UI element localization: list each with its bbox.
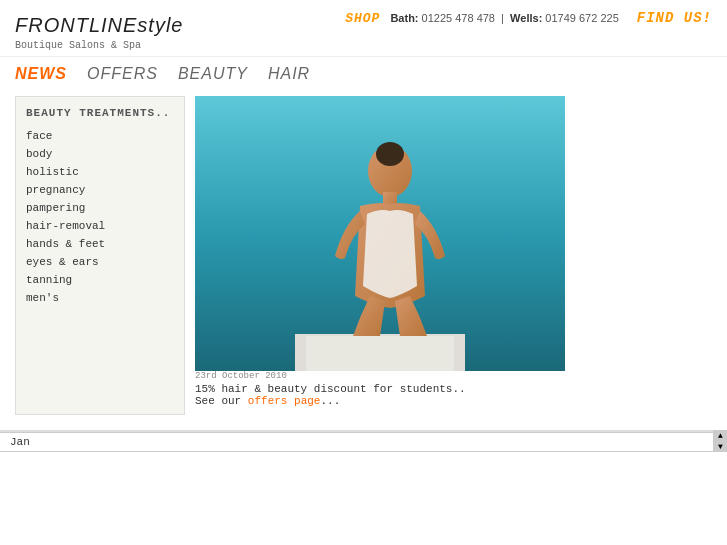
- sidebar-item: hair-removal: [26, 217, 174, 235]
- hero-offers-text: See our: [195, 395, 241, 407]
- nav-news[interactable]: NEWS: [15, 65, 67, 83]
- scroll-indicator: ▲ ▼: [713, 430, 727, 452]
- scroll-down-button[interactable]: ▼: [714, 441, 728, 452]
- sidebar-item: tanning: [26, 271, 174, 289]
- main-nav: NEWS OFFERS BEAUTY HAIR: [0, 57, 727, 91]
- sidebar-link[interactable]: body: [26, 148, 52, 160]
- sidebar-menu: facebodyholisticpregnancypamperinghair-r…: [26, 127, 174, 307]
- sidebar-item: hands & feet: [26, 235, 174, 253]
- hero-image: [195, 96, 565, 371]
- wells-number: 01749 672 225: [545, 12, 618, 24]
- hero-offers-link[interactable]: offers page: [248, 395, 321, 407]
- bath-number: 01225 478 478: [422, 12, 495, 24]
- contact-numbers: Bath: 01225 478 478 | Wells: 01749 672 2…: [390, 12, 618, 24]
- find-us-link[interactable]: FIND US!: [637, 10, 712, 26]
- sidebar-title: BEAUTY TREATMENTS..: [26, 107, 174, 119]
- logo[interactable]: FRONTLINEstyle: [15, 10, 183, 38]
- sidebar-item: pregnancy: [26, 181, 174, 199]
- header-right: SHOP Bath: 01225 478 478 | Wells: 01749 …: [345, 10, 712, 26]
- logo-main: FRONTLINE: [15, 14, 137, 36]
- svg-rect-1: [295, 334, 465, 371]
- hero-svg: [195, 96, 565, 371]
- sidebar-item: body: [26, 145, 174, 163]
- sidebar-link[interactable]: hands & feet: [26, 238, 105, 250]
- nav-hair[interactable]: HAIR: [268, 65, 310, 83]
- logo-tagline: Boutique Salons & Spa: [15, 40, 183, 51]
- page-header: FRONTLINEstyle Boutique Salons & Spa SHO…: [0, 0, 727, 57]
- archive-area: Jan: [0, 430, 727, 452]
- content-area: BEAUTY TREATMENTS.. facebodyholisticpreg…: [0, 91, 727, 420]
- sidebar-link[interactable]: eyes & ears: [26, 256, 99, 268]
- contact-line: SHOP Bath: 01225 478 478 | Wells: 01749 …: [345, 10, 712, 26]
- sidebar-link[interactable]: holistic: [26, 166, 79, 178]
- sidebar-link[interactable]: men's: [26, 292, 59, 304]
- sidebar-link[interactable]: hair-removal: [26, 220, 105, 232]
- sidebar-link[interactable]: pregnancy: [26, 184, 85, 196]
- nav-offers[interactable]: OFFERS: [87, 65, 158, 83]
- archive-current-month: Jan: [0, 433, 727, 452]
- sidebar-link[interactable]: pampering: [26, 202, 85, 214]
- logo-style: style: [137, 14, 183, 36]
- content-row: 23rd October 2010 15% hair & beauty disc…: [195, 96, 727, 415]
- bath-label: Bath:: [390, 12, 418, 24]
- sidebar-item: face: [26, 127, 174, 145]
- hero-area: 23rd October 2010 15% hair & beauty disc…: [195, 96, 565, 407]
- bottom-wrapper: Jan ▲ ▼: [0, 430, 727, 452]
- logo-area: FRONTLINEstyle Boutique Salons & Spa: [15, 10, 183, 51]
- sidebar-item: holistic: [26, 163, 174, 181]
- hero-offers-suffix: ...: [320, 395, 340, 407]
- hero-text: 15% hair & beauty discount for students.…: [195, 383, 565, 407]
- hero-description: 15% hair & beauty discount for students.…: [195, 383, 466, 395]
- main-content: 23rd October 2010 15% hair & beauty disc…: [195, 96, 565, 415]
- svg-point-3: [376, 142, 404, 166]
- sidebar-item: pampering: [26, 199, 174, 217]
- hero-date: 23rd October 2010: [195, 371, 565, 381]
- sidebar-link[interactable]: face: [26, 130, 52, 142]
- scroll-up-button[interactable]: ▲: [714, 430, 728, 441]
- wells-label: Wells:: [510, 12, 542, 24]
- right-col: [573, 96, 727, 415]
- sidebar-item: eyes & ears: [26, 253, 174, 271]
- sidebar-item: men's: [26, 289, 174, 307]
- sidebar-link[interactable]: tanning: [26, 274, 72, 286]
- shop-link[interactable]: SHOP: [345, 11, 380, 26]
- sidebar: BEAUTY TREATMENTS.. facebodyholisticpreg…: [15, 96, 185, 415]
- nav-beauty[interactable]: BEAUTY: [178, 65, 248, 83]
